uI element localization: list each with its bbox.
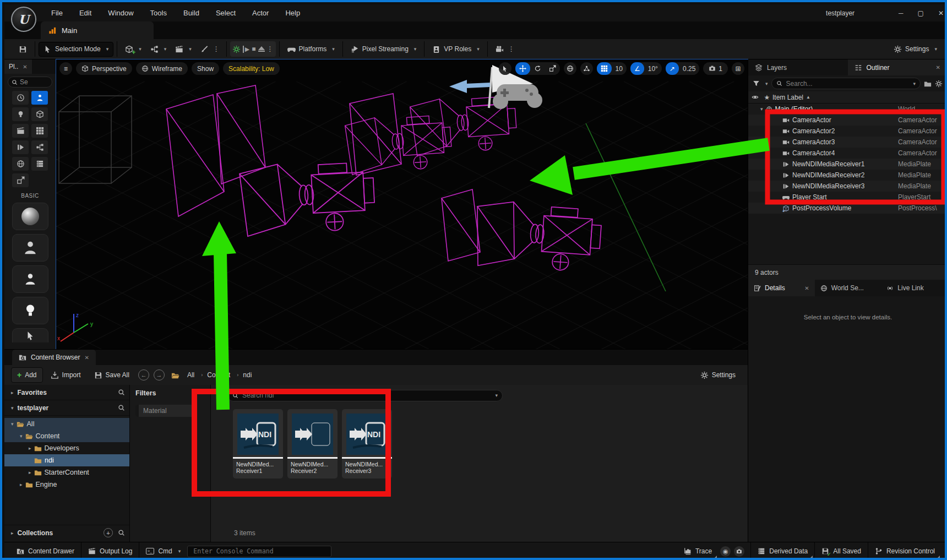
- outliner-row-ndireceiver3[interactable]: NewNDIMediaReceiver3MediaPlate: [748, 181, 947, 192]
- project-section[interactable]: ▾ testplayer: [4, 400, 129, 416]
- outliner-row-cameraactor2[interactable]: CameraActor2CameraActor: [748, 126, 947, 137]
- close-icon[interactable]: ✕: [936, 64, 940, 70]
- outliner-row-cameraactor3[interactable]: CameraActor3CameraActor: [748, 137, 947, 148]
- add-actor-button[interactable]: + ▾: [121, 42, 146, 57]
- visibility-eye-icon[interactable]: [748, 94, 761, 101]
- tab-world-settings[interactable]: World Se...: [815, 280, 881, 296]
- outliner-row-ndireceiver2[interactable]: NewNDIMediaReceiver2MediaPlate: [748, 170, 947, 181]
- menu-actor[interactable]: Actor: [245, 7, 276, 19]
- cmd-dropdown[interactable]: >_ Cmd ▾: [139, 542, 187, 560]
- chevron-down-icon[interactable]: ▾: [495, 393, 498, 398]
- filter-icon[interactable]: [215, 392, 223, 399]
- asset-card-receiver3[interactable]: NDI NewNDIMed...Receiver3: [342, 409, 392, 479]
- tree-item-developers[interactable]: ▸ Developers: [4, 442, 129, 454]
- stop-button[interactable]: ■: [252, 45, 255, 53]
- play-button[interactable]: [232, 45, 241, 53]
- tab-content-browser[interactable]: Content Browser ✕: [12, 350, 96, 365]
- output-log-button[interactable]: Output Log: [81, 542, 139, 560]
- expander-icon[interactable]: ▾: [20, 433, 23, 439]
- expander-icon[interactable]: ▸: [11, 390, 14, 395]
- maximize-button[interactable]: ▢: [918, 9, 924, 17]
- add-button[interactable]: + Add: [11, 367, 43, 383]
- search-icon[interactable]: [118, 404, 125, 411]
- outliner-row-cameraactor[interactable]: CameraActorCameraActor: [748, 115, 947, 126]
- perspective-dropdown[interactable]: Perspective: [76, 62, 132, 75]
- place-item-point-light[interactable]: [12, 297, 48, 324]
- selection-mode-dropdown[interactable]: Selection Mode ▾: [39, 42, 113, 57]
- scale-snap-value[interactable]: 0.25: [679, 62, 699, 75]
- tree-item-ndi[interactable]: ndi: [4, 454, 129, 466]
- menu-file[interactable]: File: [44, 7, 70, 19]
- console-command-box[interactable]: [187, 546, 331, 557]
- filter-icon[interactable]: [753, 80, 760, 87]
- rotate-tool-button[interactable]: [530, 62, 545, 75]
- grid-snap-value[interactable]: 10: [612, 62, 627, 75]
- category-visual-effects-button[interactable]: [31, 124, 48, 138]
- expander-icon[interactable]: ▾: [760, 106, 763, 112]
- select-tool-button[interactable]: [499, 62, 511, 75]
- category-geometry-button[interactable]: [12, 140, 29, 154]
- move-tool-button[interactable]: [515, 62, 530, 75]
- place-item-player-start[interactable]: [12, 328, 48, 342]
- minimize-button[interactable]: ─: [899, 9, 904, 17]
- insights-target-button[interactable]: ◉: [720, 546, 731, 557]
- tree-item-startercontent[interactable]: ▸ StarterContent: [4, 466, 129, 479]
- search-icon[interactable]: [118, 529, 125, 536]
- rotation-snap-value[interactable]: 10°: [644, 62, 662, 75]
- outliner-row-ndireceiver1[interactable]: NewNDIMediaReceiver1MediaPlate: [748, 159, 947, 170]
- place-item-pawn[interactable]: [12, 265, 48, 293]
- show-dropdown[interactable]: Show: [192, 62, 219, 75]
- trace-button[interactable]: Trace: [677, 542, 719, 560]
- scale-snap-toggle[interactable]: ↗: [666, 62, 679, 75]
- place-item-sphere[interactable]: [12, 203, 48, 230]
- sequence-recorder-button[interactable]: [491, 42, 508, 57]
- breadcrumb-all[interactable]: All: [185, 371, 197, 379]
- console-command-input[interactable]: [192, 547, 326, 556]
- viewport-options-button[interactable]: ≡: [59, 62, 72, 75]
- tab-details[interactable]: Details ✕: [748, 280, 815, 296]
- expander-icon[interactable]: ▸: [29, 445, 31, 451]
- level-viewport[interactable]: z x y ≡ Perspective Wireframe Show Scala…: [56, 59, 748, 349]
- forward-button[interactable]: →: [154, 369, 165, 380]
- menu-help[interactable]: Help: [278, 7, 307, 19]
- screenshot-button[interactable]: [734, 546, 744, 557]
- tab-main-level[interactable]: Main: [41, 21, 154, 39]
- breadcrumb-content[interactable]: Content: [205, 371, 232, 379]
- filter-chip-material[interactable]: Material: [135, 405, 197, 417]
- scalability-warning-button[interactable]: Scalability: Low: [223, 62, 280, 75]
- content-drawer-button[interactable]: Content Drawer: [10, 542, 81, 560]
- toolbar-overflow-icon[interactable]: ⋮: [213, 45, 220, 53]
- camera-speed-button[interactable]: 1: [703, 62, 728, 75]
- asset-search-input[interactable]: [241, 391, 490, 400]
- asset-card-receiver2[interactable]: ke-width="3"/> NDI NewNDIMed...Receiver2: [287, 409, 338, 479]
- world-local-toggle[interactable]: [564, 62, 576, 75]
- outliner-settings-gear-icon[interactable]: [935, 80, 943, 88]
- outliner-search-input[interactable]: [785, 79, 908, 88]
- category-lights-button[interactable]: [12, 107, 29, 121]
- tab-outliner[interactable]: Outliner ✕: [848, 59, 947, 75]
- category-volumes-button[interactable]: [31, 140, 48, 154]
- expander-icon[interactable]: ▸: [20, 482, 23, 487]
- outliner-row-postprocessvolume[interactable]: PostProcessVolumePostProcess\: [748, 203, 947, 214]
- frame-skip-button[interactable]: ▶: [243, 46, 249, 53]
- category-recently-placed-button[interactable]: [12, 91, 29, 105]
- chevron-down-icon[interactable]: ▾: [913, 81, 916, 86]
- import-button[interactable]: Import: [45, 368, 86, 382]
- close-icon[interactable]: ✕: [23, 64, 27, 70]
- derived-data-button[interactable]: Derived Data: [751, 542, 814, 560]
- menu-select[interactable]: Select: [209, 7, 243, 19]
- all-saved-button[interactable]: ✓ All Saved: [815, 542, 868, 560]
- content-browser-settings-button[interactable]: Settings: [695, 368, 741, 382]
- revision-control-button[interactable]: Revision Control: [868, 542, 941, 560]
- outliner-row-main[interactable]: ▾ Main (Editor)World: [748, 104, 947, 115]
- scale-tool-button[interactable]: [545, 62, 560, 75]
- menu-build[interactable]: Build: [176, 7, 206, 19]
- place-actors-tab[interactable]: Pl.. ✕: [4, 59, 32, 74]
- pixel-streaming-dropdown[interactable]: Pixel Streaming ▾: [346, 42, 421, 57]
- menu-window[interactable]: Window: [101, 7, 140, 19]
- tab-layers[interactable]: Layers: [748, 59, 848, 75]
- toolbar-overflow2-icon[interactable]: ⋮: [508, 45, 515, 53]
- editor-settings-dropdown[interactable]: Settings ▾: [889, 42, 941, 57]
- vp-roles-dropdown[interactable]: VP Roles ▾: [428, 42, 483, 57]
- menu-tools[interactable]: Tools: [143, 7, 174, 19]
